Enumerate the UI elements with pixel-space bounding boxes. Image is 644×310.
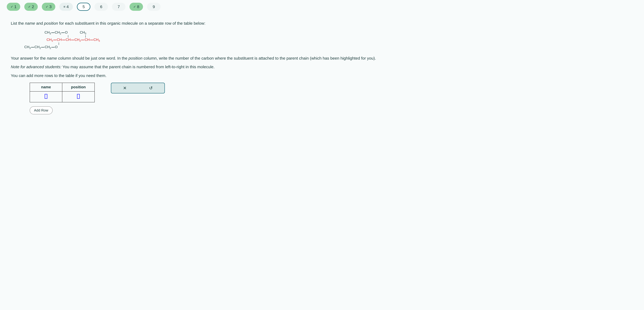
- input-cursor-icon: [45, 94, 47, 99]
- answer-table: name position: [30, 83, 95, 102]
- header-position: position: [62, 83, 94, 91]
- question-content: List the name and position for each subs…: [0, 13, 644, 121]
- close-icon: ✕: [123, 85, 127, 91]
- check-icon: ✓: [46, 5, 48, 9]
- clear-button[interactable]: ✕: [112, 84, 138, 92]
- instruction-text-2: You can add more rows to the table if yo…: [11, 72, 633, 79]
- question-prompt: List the name and position for each subs…: [11, 20, 633, 26]
- instruction-text-1: Your answer for the name column should b…: [11, 55, 633, 61]
- equals-icon: ≡: [64, 5, 66, 9]
- nav-step-9[interactable]: 9: [147, 3, 160, 11]
- answer-toolbar: ✕ ↺: [111, 83, 165, 93]
- header-name: name: [30, 83, 62, 91]
- nav-step-8[interactable]: ✓8: [130, 3, 143, 11]
- answer-section: name position Add Row ✕ ↺: [30, 83, 633, 114]
- progress-nav: ✓1 ✓2 ✓3 ≡4 5 6 7 ✓8 9: [0, 0, 644, 13]
- add-row-button[interactable]: Add Row: [30, 106, 52, 114]
- check-icon: ✓: [28, 5, 31, 9]
- nav-step-4[interactable]: ≡4: [59, 3, 73, 11]
- check-icon: ✓: [133, 5, 136, 9]
- nav-step-6[interactable]: 6: [94, 3, 108, 11]
- nav-step-7[interactable]: 7: [112, 3, 126, 11]
- check-icon: ✓: [10, 5, 13, 9]
- reset-button[interactable]: ↺: [138, 84, 164, 92]
- nav-step-5[interactable]: 5: [77, 3, 90, 11]
- position-cell[interactable]: [62, 91, 94, 102]
- table-row: [30, 91, 94, 102]
- note-text: Note for advanced students: You may assu…: [11, 65, 633, 69]
- input-cursor-icon: [77, 94, 80, 99]
- name-cell[interactable]: [30, 91, 62, 102]
- undo-icon: ↺: [149, 85, 153, 91]
- table-wrapper: name position Add Row: [30, 83, 95, 114]
- nav-step-3[interactable]: ✓3: [42, 3, 55, 11]
- molecule-structure: CH3CH2O CH3 CH3CHCHCH2CHCH3 CH3CH2CH2O: [24, 30, 633, 50]
- nav-step-2[interactable]: ✓2: [24, 3, 38, 11]
- nav-step-1[interactable]: ✓1: [7, 3, 20, 11]
